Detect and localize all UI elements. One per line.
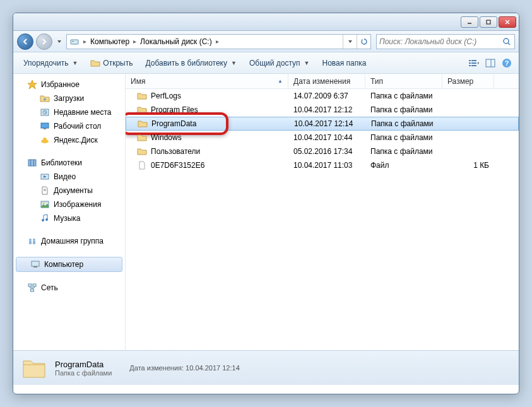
star-icon <box>27 80 37 90</box>
add-to-library-button[interactable]: Добавить в библиотеку▼ <box>140 56 241 70</box>
new-folder-button[interactable]: Новая папка <box>317 56 371 70</box>
column-date[interactable]: Дата изменения <box>288 74 365 88</box>
recent-icon <box>40 107 50 117</box>
file-date: 10.04.2017 12:14 <box>289 119 366 128</box>
maximize-button[interactable] <box>480 16 497 28</box>
svg-point-34 <box>29 239 32 241</box>
search-input[interactable] <box>379 37 502 46</box>
chevron-right-icon: ▸ <box>132 38 138 45</box>
file-type: Папка с файлами <box>365 147 442 156</box>
sidebar-homegroup[interactable]: Домашняя группа <box>13 234 125 248</box>
back-button[interactable] <box>17 33 33 50</box>
open-button[interactable]: Открыть <box>85 56 138 71</box>
sidebar-computer[interactable]: Компьютер <box>16 257 122 272</box>
file-type: Папка с файлами <box>365 91 442 100</box>
sidebar-item-pictures[interactable]: Изображения <box>13 198 125 211</box>
svg-rect-14 <box>486 59 495 67</box>
address-dropdown[interactable] <box>343 35 357 49</box>
cloud-icon <box>40 135 50 145</box>
file-type: Папка с файлами <box>366 119 443 128</box>
preview-pane-button[interactable] <box>483 56 497 70</box>
sidebar: Избранное Загрузки Недавние места Рабочи… <box>13 74 126 350</box>
sidebar-favorites[interactable]: Избранное <box>13 78 125 91</box>
detail-date: Дата изменения: 10.04.2017 12:14 <box>129 364 239 372</box>
minimize-button[interactable] <box>461 16 478 28</box>
file-row[interactable]: Windows10.04.2017 10:44Папка с файлами <box>126 131 519 145</box>
folder-icon <box>137 146 147 156</box>
file-row[interactable]: PerfLogs14.07.2009 6:37Папка с файлами <box>126 89 519 103</box>
computer-icon <box>30 259 40 269</box>
file-icon <box>137 160 147 170</box>
breadcrumb-computer[interactable]: Компьютер <box>88 35 132 49</box>
help-button[interactable]: ? <box>500 56 514 70</box>
file-type: Файл <box>365 161 442 170</box>
svg-rect-13 <box>471 65 476 66</box>
svg-rect-36 <box>29 241 32 244</box>
close-button[interactable] <box>499 16 516 28</box>
column-headers: Имя▲ Дата изменения Тип Размер <box>126 74 519 89</box>
share-button[interactable]: Общий доступ▼ <box>244 56 315 70</box>
svg-rect-21 <box>44 128 46 129</box>
svg-point-6 <box>504 38 509 44</box>
breadcrumb-drive[interactable]: Локальный диск (C:) <box>138 35 215 49</box>
sidebar-item-video[interactable]: Видео <box>13 170 125 184</box>
network-icon <box>27 283 37 293</box>
file-name: Program Files <box>151 105 198 114</box>
detail-type: Папка с файлами <box>55 369 112 377</box>
sidebar-item-yandex[interactable]: Яндекс.Диск <box>13 133 125 147</box>
document-icon <box>40 186 50 196</box>
explorer-window: ▸ Компьютер ▸ Локальный диск (C:) ▸ Упор… <box>13 13 519 394</box>
toolbar: Упорядочить▼ Открыть Добавить в библиоте… <box>13 52 519 74</box>
refresh-button[interactable] <box>357 35 370 49</box>
svg-rect-9 <box>471 60 476 61</box>
column-size[interactable]: Размер <box>442 74 494 88</box>
svg-rect-38 <box>32 261 39 266</box>
sidebar-network[interactable]: Сеть <box>13 281 125 295</box>
svg-rect-5 <box>72 41 74 42</box>
file-date: 10.04.2017 12:12 <box>288 105 365 114</box>
file-name: ProgramData <box>151 119 196 128</box>
sidebar-item-music[interactable]: Музыка <box>13 211 125 225</box>
music-icon <box>40 213 50 223</box>
address-bar[interactable]: ▸ Компьютер ▸ Локальный диск (C:) ▸ <box>66 34 371 49</box>
svg-rect-12 <box>469 65 471 66</box>
sidebar-libraries[interactable]: Библиотеки <box>13 156 125 170</box>
file-list[interactable]: PerfLogs14.07.2009 6:37Папка с файламиPr… <box>126 89 519 350</box>
video-icon <box>40 172 50 182</box>
forward-button[interactable] <box>36 33 52 50</box>
file-row[interactable]: Пользователи05.02.2016 17:34Папка с файл… <box>126 145 519 158</box>
sidebar-item-desktop[interactable]: Рабочий стол <box>13 119 125 133</box>
svg-point-35 <box>33 239 35 241</box>
sidebar-item-documents[interactable]: Документы <box>13 184 125 198</box>
nav-history-dropdown[interactable] <box>55 35 64 49</box>
sidebar-item-downloads[interactable]: Загрузки <box>13 91 125 105</box>
file-row[interactable]: ProgramData10.04.2017 12:14Папка с файла… <box>126 117 519 131</box>
svg-rect-39 <box>33 266 37 268</box>
folder-icon <box>137 91 147 101</box>
search-box[interactable] <box>376 34 515 49</box>
folder-icon <box>40 93 50 103</box>
svg-rect-40 <box>28 284 32 286</box>
file-row[interactable]: Program Files10.04.2017 12:12Папка с фай… <box>126 103 519 117</box>
picture-icon <box>40 199 50 209</box>
file-date: 14.07.2009 6:37 <box>288 91 365 100</box>
column-type[interactable]: Тип <box>365 74 442 88</box>
file-row[interactable]: 0E7D6F3152E610.04.2017 11:03Файл1 КБ <box>126 158 519 172</box>
folder-icon <box>137 105 147 115</box>
svg-rect-10 <box>469 62 471 64</box>
folder-open-icon <box>90 58 100 68</box>
folder-icon <box>137 133 147 143</box>
view-options-button[interactable] <box>467 56 481 70</box>
sidebar-item-recent[interactable]: Недавние места <box>13 105 125 119</box>
file-view: Имя▲ Дата изменения Тип Размер PerfLogs1… <box>126 74 519 350</box>
organize-button[interactable]: Упорядочить▼ <box>18 56 83 70</box>
svg-point-23 <box>43 138 47 141</box>
svg-rect-11 <box>471 62 476 64</box>
detail-name: ProgramData <box>55 360 112 369</box>
content-area: Избранное Загрузки Недавние места Рабочи… <box>13 74 519 350</box>
svg-point-31 <box>43 203 45 204</box>
svg-line-7 <box>508 43 510 45</box>
svg-rect-20 <box>41 123 49 128</box>
column-name[interactable]: Имя▲ <box>126 74 288 88</box>
svg-rect-42 <box>31 289 34 292</box>
